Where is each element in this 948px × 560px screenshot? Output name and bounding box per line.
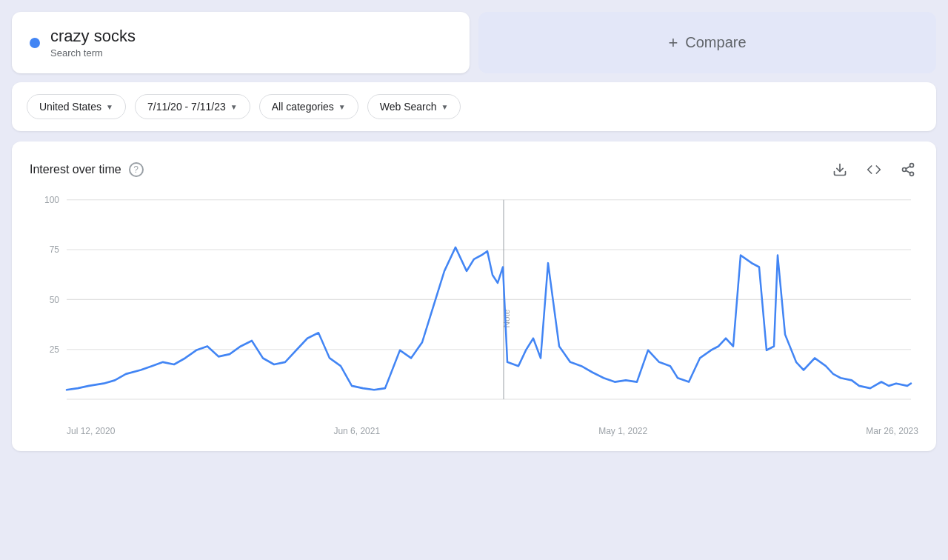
x-label-1: Jul 12, 2020 — [67, 426, 115, 436]
chart-actions — [830, 159, 918, 180]
svg-line-4 — [906, 170, 910, 173]
x-label-4: Mar 26, 2023 — [866, 426, 918, 436]
svg-text:Note: Note — [502, 310, 511, 328]
chart-area: 100 75 50 25 Note — [30, 192, 918, 421]
x-label-2: Jun 6, 2021 — [333, 426, 380, 436]
chart-title-wrap: Interest over time ? — [30, 162, 144, 177]
chart-title: Interest over time — [30, 163, 121, 176]
series-dot — [30, 38, 40, 48]
compare-plus: + — [668, 33, 678, 53]
share-icon — [901, 162, 915, 177]
download-button[interactable] — [830, 159, 850, 180]
x-axis-labels: Jul 12, 2020 Jun 6, 2021 May 1, 2022 Mar… — [30, 421, 918, 436]
chart-svg: 100 75 50 25 Note — [30, 192, 918, 421]
date-filter[interactable]: 7/11/20 - 7/11/23 ▼ — [135, 94, 250, 119]
region-filter[interactable]: United States ▼ — [27, 94, 126, 119]
chart-card: Interest over time ? — [12, 141, 936, 451]
share-button[interactable] — [898, 159, 918, 180]
svg-text:75: 75 — [50, 244, 59, 255]
chart-header: Interest over time ? — [30, 159, 918, 180]
embed-button[interactable] — [864, 159, 884, 180]
filters-row: United States ▼ 7/11/20 - 7/11/23 ▼ All … — [12, 82, 936, 131]
search-term-label: crazy socks — [50, 27, 136, 46]
compare-card[interactable]: + Compare — [478, 12, 936, 73]
search-term-sublabel: Search term — [50, 47, 136, 59]
category-filter[interactable]: All categories ▼ — [259, 94, 358, 119]
download-icon — [832, 162, 847, 177]
search-term-text: crazy socks Search term — [50, 27, 136, 59]
svg-text:25: 25 — [50, 344, 59, 355]
embed-icon — [867, 162, 881, 177]
search-type-arrow-icon: ▼ — [441, 103, 448, 111]
x-label-3: May 1, 2022 — [598, 426, 647, 436]
svg-text:50: 50 — [50, 294, 59, 304]
region-arrow-icon: ▼ — [106, 103, 113, 111]
category-arrow-icon: ▼ — [338, 103, 346, 111]
compare-label: Compare — [685, 34, 746, 51]
search-term-card: crazy socks Search term — [12, 12, 470, 73]
search-type-filter[interactable]: Web Search ▼ — [367, 94, 461, 119]
date-arrow-icon: ▼ — [230, 103, 238, 111]
svg-line-5 — [906, 166, 910, 168]
svg-text:100: 100 — [44, 195, 59, 205]
help-icon[interactable]: ? — [129, 162, 144, 177]
